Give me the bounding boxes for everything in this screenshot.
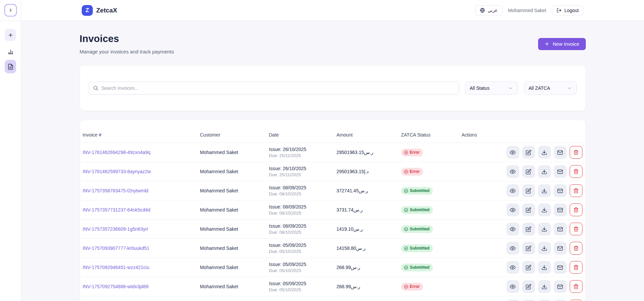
zatca-status-label: Submitted — [410, 188, 430, 193]
download-button[interactable] — [538, 146, 551, 159]
invoice-number-link[interactable]: INV-1757358783475-l2nytwmld — [83, 188, 148, 193]
edit-button[interactable] — [522, 280, 535, 293]
delete-button[interactable] — [570, 203, 582, 216]
view-button[interactable] — [506, 223, 519, 235]
edit-pencil-icon — [526, 265, 531, 270]
new-invoice-button[interactable]: New Invoice — [538, 38, 586, 50]
delete-button[interactable] — [570, 223, 582, 235]
issue-date: Issue: 08/09/2025 — [269, 204, 337, 210]
status-filter-select[interactable]: All Status — [465, 81, 518, 95]
table-header-row: Invoice # Customer Date Amount ZATCA Sta… — [80, 120, 585, 143]
email-button[interactable] — [554, 203, 567, 216]
date-cell: Issue: 05/09/2025 Due: 05/10/2025 — [269, 281, 337, 292]
download-icon — [541, 226, 547, 232]
sidebar-header — [0, 0, 21, 21]
delete-button[interactable] — [570, 165, 582, 178]
edit-button[interactable] — [522, 223, 535, 235]
download-button[interactable] — [538, 223, 551, 235]
email-button[interactable] — [554, 242, 567, 255]
invoice-number-link[interactable]: INV-1757092946451-wzz421ciu — [83, 265, 149, 270]
circle-check-icon — [404, 189, 408, 193]
zatca-status-badge: Submitted — [401, 264, 433, 271]
download-button[interactable] — [538, 300, 551, 301]
circle-check-icon — [404, 208, 408, 212]
chevron-right-icon — [8, 8, 13, 13]
delete-button[interactable] — [570, 261, 582, 274]
amount-value: 1419.10ر.س — [337, 226, 401, 232]
issue-date: Issue: 08/09/2025 — [269, 223, 337, 229]
email-button[interactable] — [554, 184, 567, 197]
zatca-status-label: Submitted — [410, 208, 430, 212]
view-button[interactable] — [506, 184, 519, 197]
date-cell: Issue: 26/10/2025 Due: 25/11/2025 — [269, 166, 337, 177]
sidebar-item-new-invoice[interactable] — [5, 29, 16, 41]
delete-button[interactable] — [570, 300, 582, 301]
view-button[interactable] — [506, 280, 519, 293]
delete-button[interactable] — [570, 280, 582, 293]
delete-button[interactable] — [570, 184, 582, 197]
sidebar-toggle-button[interactable] — [4, 4, 17, 16]
email-button[interactable] — [554, 146, 567, 159]
mail-envelope-icon — [557, 226, 563, 232]
zatca-status-badge: Error — [401, 149, 423, 156]
zatca-filter-select[interactable]: All ZATCA — [524, 81, 577, 95]
language-toggle-button[interactable]: عربي — [475, 5, 502, 15]
table-row: INV-1761462694298-49zxn4a9q Mohammed Sak… — [80, 143, 585, 162]
download-button[interactable] — [538, 165, 551, 178]
invoice-number-link[interactable]: INV-1757093907777-kr0uukd51 — [83, 246, 150, 251]
invoice-number-link[interactable]: INV-1761462694298-49zxn4a9q — [83, 150, 151, 155]
brand-name: ZetcaX — [96, 7, 117, 14]
view-button[interactable] — [506, 165, 519, 178]
mail-envelope-icon — [557, 284, 563, 290]
header-actions: عربي Mohammed Saket Logout — [475, 5, 583, 15]
column-header-amount: Amount — [337, 132, 401, 138]
edit-button[interactable] — [522, 203, 535, 216]
globe-icon — [480, 8, 485, 13]
view-button[interactable] — [506, 146, 519, 159]
edit-button[interactable] — [522, 261, 535, 274]
invoice-number-link[interactable]: INV-1757357236609-1g5n63yri — [83, 226, 148, 232]
email-button[interactable] — [554, 261, 567, 274]
logout-icon — [557, 8, 562, 13]
language-label: عربي — [488, 8, 497, 13]
circle-x-icon — [404, 285, 408, 289]
eye-icon — [510, 188, 516, 194]
sidebar-item-invoices[interactable] — [5, 60, 16, 73]
edit-button[interactable] — [522, 184, 535, 197]
date-cell: Issue: 05/09/2025 Due: 05/10/2025 — [269, 242, 337, 254]
logout-button[interactable]: Logout — [552, 5, 583, 15]
view-button[interactable] — [506, 242, 519, 255]
invoice-number-link[interactable]: INV-1757092754886-wtdx3pl89 — [83, 284, 149, 289]
email-button[interactable] — [554, 280, 567, 293]
view-button[interactable] — [506, 203, 519, 216]
plus-icon — [544, 41, 550, 46]
invoice-number-link[interactable]: INV-1761462599733-8aynyaz2w — [83, 169, 151, 174]
circle-check-icon — [404, 246, 408, 251]
edit-button[interactable] — [522, 242, 535, 255]
download-button[interactable] — [538, 261, 551, 274]
sidebar-item-dashboard[interactable] — [5, 48, 16, 55]
delete-button[interactable] — [570, 242, 582, 255]
view-button[interactable] — [506, 300, 519, 301]
edit-button[interactable] — [522, 146, 535, 159]
edit-button[interactable] — [522, 300, 535, 301]
download-button[interactable] — [538, 203, 551, 216]
email-button[interactable] — [554, 223, 567, 235]
mail-envelope-icon — [557, 188, 563, 194]
edit-pencil-icon — [526, 169, 531, 175]
download-button[interactable] — [538, 242, 551, 255]
download-button[interactable] — [538, 280, 551, 293]
delete-button[interactable] — [570, 146, 582, 159]
page-head: Invoices Manage your invoices and track … — [80, 33, 586, 54]
zatca-status-badge: Submitted — [401, 206, 433, 214]
actions-cell — [462, 165, 582, 178]
edit-button[interactable] — [522, 165, 535, 178]
download-button[interactable] — [538, 184, 551, 197]
edit-pencil-icon — [526, 246, 531, 251]
view-button[interactable] — [506, 261, 519, 274]
email-button[interactable] — [554, 300, 567, 301]
search-input[interactable] — [89, 82, 459, 95]
email-button[interactable] — [554, 165, 567, 178]
invoice-number-link[interactable]: INV-1757357731237-64nk5cd4d — [83, 207, 151, 213]
status-filter-value: All Status — [470, 85, 490, 91]
